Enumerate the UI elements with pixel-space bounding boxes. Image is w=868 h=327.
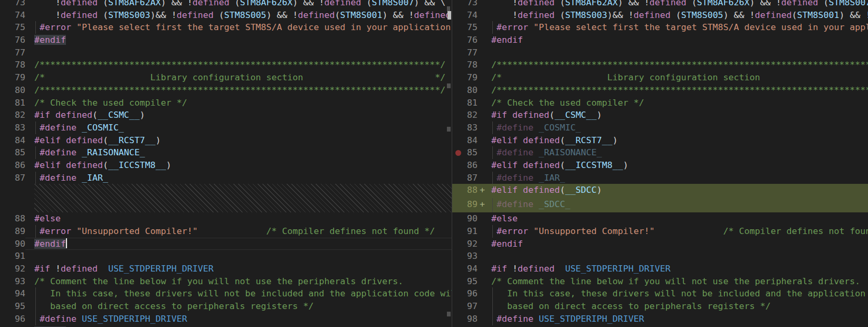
code-text[interactable]: /* Library configuration section */ [487,71,868,84]
breakpoint-gutter[interactable] [452,9,464,22]
line-number[interactable]: 73 [0,0,25,9]
breakpoint-gutter[interactable] [452,225,464,238]
line-number[interactable]: 94 [464,263,478,275]
code-line[interactable]: 79 /* Library configuration section */ [452,71,868,84]
modified-editor[interactable]: 73 !defined (STM8AF62AX) && !defined (ST… [452,0,868,327]
line-number[interactable]: 98 [464,313,478,325]
code-line[interactable]: 78 /************************************… [452,59,868,71]
code-text[interactable]: #define _RAISONANCE_ [25,146,452,159]
code-line[interactable]: 80 /************************************… [452,84,868,97]
added-code-line[interactable]: 89+ #define _SDCC_ [452,198,868,212]
code-line[interactable]: 96 In this case, these drivers will not … [452,287,868,300]
line-number[interactable]: 81 [0,97,25,109]
line-number[interactable]: 83 [464,122,478,134]
breakpoint-gutter[interactable] [452,134,464,147]
code-line[interactable]: 73 !defined (STM8AF62AX) && !defined (ST… [452,0,868,9]
line-number[interactable]: 78 [464,59,478,71]
line-number[interactable]: 77 [464,46,478,59]
code-text[interactable]: #if defined(__CSMC__) [487,109,868,122]
line-number[interactable]: 82 [464,109,478,122]
breakpoint-gutter[interactable] [452,59,464,71]
code-line[interactable]: 86 #elif defined(__ICCSTM8__) [452,159,868,172]
line-number[interactable]: 93 [464,250,478,263]
code-line[interactable]: 84#elif defined(__RCST7__) [0,134,452,147]
breakpoint-gutter[interactable] [452,122,464,134]
code-text[interactable]: #error "Please select first the target S… [487,21,868,34]
line-number[interactable]: 88 [0,212,25,225]
breakpoint-gutter[interactable] [452,238,464,250]
code-text[interactable] [487,250,868,263]
line-number[interactable]: 97 [464,300,478,313]
code-line[interactable]: 92#if !defined USE_STDPERIPH_DRIVER [0,263,452,275]
code-line[interactable]: 77 [0,46,452,59]
code-text[interactable]: #error "Please select first the target S… [25,21,452,34]
code-text[interactable] [487,46,868,59]
breakpoint-icon[interactable] [455,150,461,156]
line-number[interactable]: 83 [0,122,25,134]
breakpoint-gutter[interactable] [452,184,464,198]
code-text[interactable]: /***************************************… [25,84,452,97]
line-number[interactable]: 76 [464,34,478,46]
line-number[interactable]: 95 [0,300,25,313]
code-line[interactable]: 86#elif defined(__ICCSTM8__) [0,159,452,172]
breakpoint-gutter[interactable] [452,198,464,212]
line-number[interactable]: 79 [464,71,478,84]
line-number[interactable]: 87 [0,172,25,184]
code-text[interactable]: based on direct access to peripherals re… [487,300,868,313]
code-line[interactable]: 76 #endif [452,34,868,46]
line-number[interactable]: 86 [0,159,25,172]
code-line[interactable]: 75 #error "Please select first the targe… [452,21,868,34]
line-number[interactable]: 97 [0,325,25,327]
code-line[interactable]: 85 #define _RAISONANCE_ [452,146,868,159]
line-number[interactable]: 81 [464,97,478,109]
code-text[interactable]: /***************************************… [25,59,452,71]
code-line[interactable]: 87 #define _IAR_ [452,172,868,184]
code-text[interactable]: #endif [487,238,868,250]
code-line[interactable]: 93/* Comment the line below if you will … [0,275,452,288]
code-line[interactable]: 92 #endif [452,238,868,250]
code-text[interactable]: !defined (STM8AF62AX) && !defined (STM8A… [25,0,452,9]
breakpoint-gutter[interactable] [452,159,464,172]
breakpoint-gutter[interactable] [452,71,464,84]
added-code-line[interactable]: 88+#elif defined(__SDCC) [452,184,868,198]
code-line[interactable]: 94 #if !defined USE_STDPERIPH_DRIVER [452,263,868,275]
line-number[interactable]: 80 [0,84,25,97]
code-text[interactable]: #else [487,212,868,225]
breakpoint-gutter[interactable] [452,325,464,327]
line-number[interactable]: 99 [464,325,478,327]
breakpoint-gutter[interactable] [452,97,464,109]
line-number[interactable]: 91 [464,225,478,238]
line-number[interactable]: 73 [464,0,478,9]
code-line[interactable]: 75 #error "Please select first the targe… [0,21,452,34]
breakpoint-gutter[interactable] [452,0,464,9]
line-number[interactable]: 79 [0,71,25,84]
code-text[interactable]: #define USE_STDPERIPH_DRIVER [25,313,452,325]
line-number[interactable]: 88 [464,184,478,198]
code-text[interactable]: #define USE_STDPERIPH_DRIVER [487,313,868,325]
breakpoint-gutter[interactable] [452,212,464,225]
code-text[interactable]: /***************************************… [487,59,868,71]
code-line[interactable]: 78/*************************************… [0,59,452,71]
line-number[interactable]: 76 [0,34,25,46]
line-number[interactable]: 92 [464,238,478,250]
code-text[interactable]: #endif [25,34,452,46]
code-line[interactable]: 83 #define _COSMIC_ [0,122,452,134]
code-line[interactable]: 83 #define _COSMIC_ [452,122,868,134]
line-number[interactable]: 85 [0,146,25,159]
original-editor[interactable]: 73 !defined (STM8AF62AX) && !defined (ST… [0,0,452,327]
code-line[interactable]: 77 [452,46,868,59]
line-number[interactable]: 89 [0,225,25,238]
code-line[interactable]: 90 #else [452,212,868,225]
code-text[interactable]: #elif defined(__ICCSTM8__) [487,159,868,172]
line-number[interactable]: 96 [0,313,25,325]
code-text[interactable]: #endif [25,325,452,327]
breakpoint-gutter[interactable] [452,109,464,122]
breakpoint-gutter[interactable] [452,46,464,59]
breakpoint-gutter[interactable] [452,146,464,159]
code-line[interactable]: 90#endif [0,238,452,250]
line-number[interactable]: 92 [0,263,25,275]
code-text[interactable]: #endif [487,34,868,46]
code-line[interactable]: 91 #error "Unsupported Compiler!" /* Com… [452,225,868,238]
code-line[interactable]: 97#endif [0,325,452,327]
code-text[interactable]: In this case, these drivers will not be … [487,287,868,300]
